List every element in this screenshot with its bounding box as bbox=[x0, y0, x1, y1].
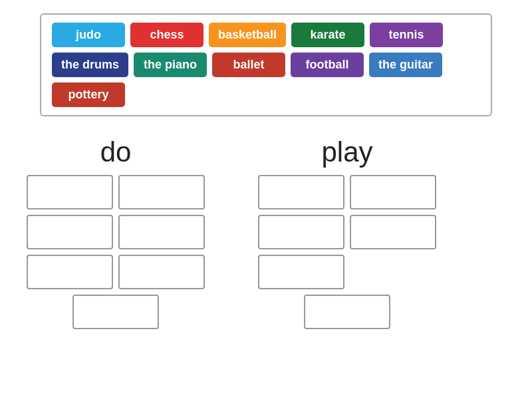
word-tile-chess[interactable]: chess bbox=[130, 23, 203, 47]
word-bank: judochessbasketballkaratetennisthe drums… bbox=[40, 13, 492, 116]
drop-box[interactable] bbox=[304, 295, 390, 329]
drop-box[interactable] bbox=[258, 255, 344, 289]
word-tile-the-guitar[interactable]: the guitar bbox=[369, 53, 442, 77]
word-tile-ballet[interactable]: ballet bbox=[212, 53, 285, 77]
drop-box[interactable] bbox=[350, 175, 436, 209]
do-title: do bbox=[100, 136, 132, 168]
word-tile-football[interactable]: football bbox=[291, 53, 364, 77]
play-column: play bbox=[258, 136, 436, 329]
word-tile-the-drums[interactable]: the drums bbox=[52, 53, 128, 77]
drop-box[interactable] bbox=[27, 215, 113, 249]
word-tile-pottery[interactable]: pottery bbox=[52, 82, 125, 107]
drop-box[interactable] bbox=[258, 175, 344, 209]
word-tile-karate[interactable]: karate bbox=[291, 23, 364, 47]
play-title: play bbox=[321, 136, 372, 168]
drop-box[interactable] bbox=[72, 295, 159, 329]
word-tile-judo[interactable]: judo bbox=[52, 23, 125, 47]
drop-box[interactable] bbox=[118, 215, 205, 249]
play-drop-grid bbox=[258, 175, 436, 329]
drop-box[interactable] bbox=[258, 215, 344, 249]
drop-box[interactable] bbox=[118, 175, 205, 209]
do-column: do bbox=[27, 136, 205, 329]
word-tile-basketball[interactable]: basketball bbox=[209, 23, 286, 47]
drop-box[interactable] bbox=[27, 175, 113, 209]
word-tile-the-piano[interactable]: the piano bbox=[134, 53, 207, 77]
drop-area: do play bbox=[27, 136, 505, 329]
drop-box[interactable] bbox=[27, 255, 113, 289]
drop-box[interactable] bbox=[118, 255, 205, 289]
drop-box[interactable] bbox=[350, 215, 436, 249]
word-tile-tennis[interactable]: tennis bbox=[370, 23, 443, 47]
do-drop-grid bbox=[27, 175, 205, 329]
